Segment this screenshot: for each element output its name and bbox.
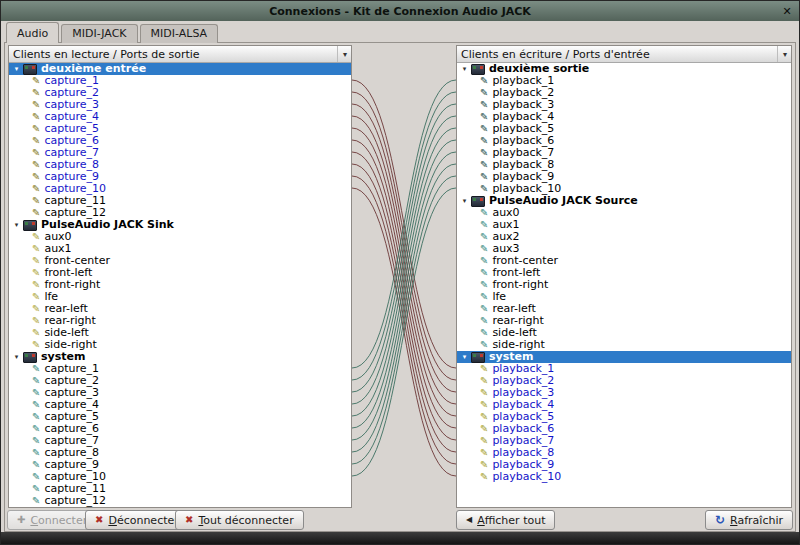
tab-bar: AudioMIDI-JACKMIDI-ALSA	[6, 22, 218, 43]
expander-icon[interactable]: ▾	[460, 63, 469, 75]
connection-curve	[352, 128, 456, 416]
connect-button: ✚ Connecter	[7, 510, 97, 530]
port-icon: ✎	[32, 160, 40, 170]
port-icon: ✎	[32, 364, 40, 374]
port-icon: ✎	[480, 148, 488, 158]
port-icon: ✎	[480, 400, 488, 410]
port-icon: ✎	[480, 304, 488, 314]
port-row[interactable]: ✎front-right	[457, 279, 791, 291]
input-ports-panel: Clients en écriture / Ports d'entrée ▾ ▾…	[456, 45, 792, 508]
port-icon: ✎	[32, 100, 40, 110]
port-icon: ✎	[480, 76, 488, 86]
right-panel-tree: ▾deuxième sortie✎playback_1✎playback_2✎p…	[457, 63, 791, 507]
port-icon: ✎	[32, 496, 40, 506]
port-row[interactable]: ✎capture_12	[9, 495, 351, 507]
port-icon: ✎	[32, 76, 40, 86]
port-icon: ✎	[32, 316, 40, 326]
port-row[interactable]: ✎playback_10	[457, 471, 791, 483]
client-icon	[471, 352, 485, 363]
dropdown-arrow-icon[interactable]: ▾	[337, 46, 347, 62]
connections-window: Connexions - Kit de Connexion Audio JACK…	[0, 0, 800, 545]
port-icon: ✎	[480, 88, 488, 98]
port-icon: ✎	[32, 388, 40, 398]
connection-curve	[352, 80, 456, 368]
port-icon: ✎	[32, 304, 40, 314]
port-icon: ✎	[32, 280, 40, 290]
show-all-label: Afficher tout	[477, 514, 545, 527]
port-icon: ✎	[32, 244, 40, 254]
port-icon: ✎	[32, 436, 40, 446]
tab-midi-jack[interactable]: MIDI-JACK	[61, 24, 137, 43]
window-resize-border[interactable]	[1, 532, 799, 544]
port-icon: ✎	[32, 460, 40, 470]
close-button[interactable]: ✕	[779, 3, 795, 19]
port-icon: ✎	[480, 448, 488, 458]
expander-icon[interactable]: ▾	[12, 219, 21, 231]
client-icon	[23, 352, 37, 363]
port-icon: ✎	[480, 112, 488, 122]
port-icon: ✎	[480, 184, 488, 194]
port-icon: ✎	[480, 220, 488, 230]
port-icon: ✎	[480, 208, 488, 218]
port-icon: ✎	[32, 328, 40, 338]
port-icon: ✎	[32, 112, 40, 122]
port-icon: ✎	[480, 100, 488, 110]
disconnect-all-icon: ✖	[185, 515, 193, 525]
disconnect-all-button[interactable]: ✖ Tout déconnecter	[175, 510, 304, 530]
port-icon: ✎	[480, 424, 488, 434]
port-icon: ✎	[32, 484, 40, 494]
close-icon: ✕	[782, 5, 791, 18]
port-row[interactable]: ✎front-right	[9, 279, 351, 291]
port-icon: ✎	[32, 424, 40, 434]
output-panel-header[interactable]: Clients en lecture / Ports de sortie ▾	[9, 46, 351, 63]
input-panel-header[interactable]: Clients en écriture / Ports d'entrée ▾	[457, 46, 791, 63]
port-icon: ✎	[480, 376, 488, 386]
connections-canvas	[352, 45, 456, 508]
show-all-button[interactable]: ◀ Afficher tout	[456, 510, 555, 530]
refresh-icon: ↻	[715, 515, 725, 525]
expander-icon[interactable]: ▾	[460, 195, 469, 207]
dropdown-arrow-icon[interactable]: ▾	[777, 46, 787, 62]
expander-icon[interactable]: ▾	[12, 351, 21, 363]
expand-all-icon: ◀	[466, 515, 472, 525]
client-icon	[471, 64, 485, 75]
expander-icon[interactable]: ▾	[12, 63, 21, 75]
port-icon: ✎	[480, 328, 488, 338]
connection-curve	[352, 104, 456, 392]
connection-curve	[352, 152, 456, 440]
connection-curve	[352, 164, 456, 452]
port-icon: ✎	[32, 232, 40, 242]
connection-curve	[352, 116, 456, 404]
port-icon: ✎	[32, 268, 40, 278]
refresh-button[interactable]: ↻ Rafraîchir	[705, 510, 793, 530]
port-icon: ✎	[480, 388, 488, 398]
port-icon: ✎	[32, 208, 40, 218]
port-icon: ✎	[480, 292, 488, 302]
port-icon: ✎	[32, 400, 40, 410]
tab-midi-alsa[interactable]: MIDI-ALSA	[140, 24, 219, 43]
port-icon: ✎	[32, 256, 40, 266]
port-icon: ✎	[32, 88, 40, 98]
refresh-label: Rafraîchir	[730, 514, 783, 527]
port-icon: ✎	[480, 172, 488, 182]
tab-audio[interactable]: Audio	[6, 22, 59, 43]
title-bar[interactable]: Connexions - Kit de Connexion Audio JACK…	[1, 1, 799, 21]
port-icon: ✎	[32, 472, 40, 482]
input-panel-header-label: Clients en écriture / Ports d'entrée	[461, 48, 650, 61]
port-icon: ✎	[480, 256, 488, 266]
port-icon: ✎	[32, 376, 40, 386]
port-icon: ✎	[32, 340, 40, 350]
port-icon: ✎	[480, 136, 488, 146]
connection-curve	[352, 140, 456, 428]
left-panel-tree: ▾deuxième entrée✎capture_1✎capture_2✎cap…	[9, 63, 351, 507]
port-icon: ✎	[480, 460, 488, 470]
port-icon: ✎	[480, 436, 488, 446]
expander-icon[interactable]: ▾	[460, 351, 469, 363]
port-icon: ✎	[32, 412, 40, 422]
client-icon	[471, 196, 485, 207]
disconnect-button[interactable]: ✖ Déconnecter	[85, 510, 189, 530]
port-icon: ✎	[480, 340, 488, 350]
port-icon: ✎	[480, 280, 488, 290]
connect-icon: ✚	[17, 515, 25, 525]
output-panel-header-label: Clients en lecture / Ports de sortie	[13, 48, 200, 61]
